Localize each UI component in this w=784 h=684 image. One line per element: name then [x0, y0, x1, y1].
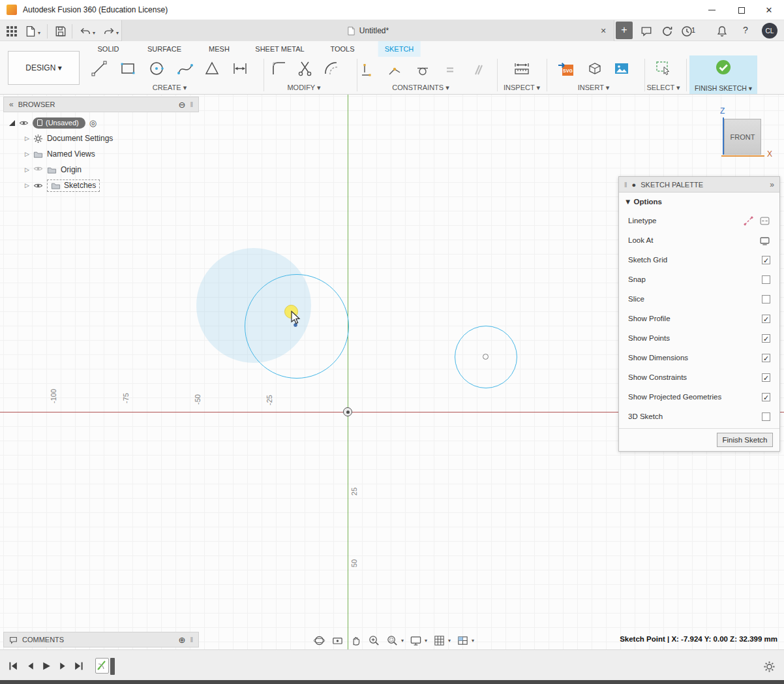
tab-tools[interactable]: TOOLS: [324, 41, 361, 57]
measure-tool-icon[interactable]: [513, 60, 530, 77]
visibility-off-eye-icon[interactable]: [33, 164, 43, 174]
polygon-tool-icon[interactable]: [204, 60, 220, 77]
browser-collapse-icon[interactable]: «: [9, 100, 14, 109]
fillet-tool-icon[interactable]: [271, 60, 288, 77]
timeline-play-button[interactable]: [40, 661, 52, 672]
snap-checkbox[interactable]: [762, 275, 770, 284]
zoom-window-icon[interactable]: [386, 634, 399, 647]
visibility-eye-icon[interactable]: [19, 118, 29, 128]
display-settings-caret-icon[interactable]: ▾: [425, 638, 427, 644]
viewports-icon[interactable]: [457, 634, 469, 647]
tab-surface[interactable]: SURFACE: [141, 41, 188, 57]
line-tool-icon[interactable]: [91, 60, 108, 77]
coincident-constraint-icon[interactable]: [388, 63, 401, 76]
new-tab-button[interactable]: +: [616, 22, 633, 39]
insert-image-icon[interactable]: [613, 60, 630, 77]
finish-sketch-icon[interactable]: [715, 59, 732, 76]
show-points-checkbox[interactable]: ✓: [762, 334, 770, 343]
active-edit-outline[interactable]: Sketches: [47, 179, 100, 192]
group-label-modify[interactable]: MODIFY ▾: [287, 84, 320, 92]
user-avatar[interactable]: CL: [762, 23, 777, 39]
circle-center-point[interactable]: [483, 354, 489, 360]
timeline-skip-start-button[interactable]: [8, 661, 19, 672]
centerline-linetype-icon[interactable]: [759, 215, 770, 226]
palette-grip-icon[interactable]: ‖: [624, 181, 627, 189]
orbit-icon[interactable]: [313, 634, 325, 647]
show-dimensions-checkbox[interactable]: ✓: [762, 354, 770, 362]
timeline-sketch-feature[interactable]: [95, 658, 109, 674]
insert-svg-icon[interactable]: SVG: [558, 60, 575, 77]
construction-linetype-icon[interactable]: [743, 215, 754, 226]
browser-item-sketches[interactable]: ▷ Sketches: [25, 178, 100, 193]
undo-caret-icon[interactable]: ▾: [93, 30, 95, 36]
expand-arrow-icon[interactable]: ▷: [25, 182, 29, 189]
group-label-inspect[interactable]: INSPECT ▾: [504, 84, 540, 92]
activate-target-icon[interactable]: ◎: [89, 118, 97, 128]
3d-sketch-checkbox[interactable]: [762, 412, 770, 421]
expand-arrow-icon[interactable]: ▷: [25, 135, 29, 142]
horizontal-vertical-constraint-icon[interactable]: [361, 63, 374, 76]
redo-icon[interactable]: [103, 25, 115, 37]
zoom-window-caret-icon[interactable]: ▾: [401, 638, 404, 644]
tab-mesh[interactable]: MESH: [202, 41, 236, 57]
browser-item-named-views[interactable]: ▷ Named Views: [25, 146, 95, 162]
group-label-select[interactable]: SELECT ▾: [646, 84, 680, 92]
browser-item-document-settings[interactable]: ▷ Document Settings: [25, 131, 113, 146]
viewports-caret-icon[interactable]: ▾: [472, 638, 474, 644]
options-section-header[interactable]: ▼ Options: [624, 198, 662, 206]
slice-checkbox[interactable]: [762, 295, 770, 303]
file-menu-caret-icon[interactable]: ▾: [38, 30, 40, 36]
app-grid-icon[interactable]: [6, 25, 18, 37]
workspace-selector[interactable]: DESIGN ▾: [8, 51, 80, 85]
browser-root-row[interactable]: (Unsaved) ◎: [9, 115, 97, 131]
undo-icon[interactable]: [80, 25, 91, 37]
document-tab[interactable]: Untitled* ✕: [121, 20, 614, 41]
minimize-button[interactable]: [697, 0, 727, 20]
select-tool-icon[interactable]: [655, 60, 672, 77]
trim-tool-icon[interactable]: [297, 60, 314, 77]
expand-arrow-icon[interactable]: ▷: [25, 166, 29, 173]
dimension-tool-icon[interactable]: [232, 60, 249, 77]
finish-sketch-button[interactable]: FINISH SKETCH ▾: [695, 84, 752, 92]
viewcube[interactable]: FRONT: [724, 119, 761, 155]
look-at-icon[interactable]: [759, 235, 770, 246]
zoom-icon[interactable]: [368, 634, 380, 647]
browser-header[interactable]: « BROWSER ⊖ ‖: [3, 97, 199, 112]
equal-constraint-icon[interactable]: [444, 63, 457, 76]
visibility-eye-icon[interactable]: [33, 181, 43, 191]
sync-status-icon[interactable]: [661, 25, 673, 37]
offset-tool-icon[interactable]: [323, 60, 340, 77]
grid-snaps-icon[interactable]: [433, 634, 445, 647]
sketch-palette-header[interactable]: ‖ ● SKETCH PALETTE »: [619, 177, 779, 193]
help-icon[interactable]: ?: [740, 25, 751, 35]
tree-item-label[interactable]: Origin: [61, 165, 82, 174]
document-tab-close-icon[interactable]: ✕: [598, 25, 609, 36]
expand-arrow-icon[interactable]: ▷: [25, 151, 29, 157]
tree-item-label[interactable]: Document Settings: [47, 134, 113, 143]
timeline-playhead[interactable]: [110, 658, 115, 675]
look-at-icon[interactable]: [331, 634, 344, 647]
comments-grip-icon[interactable]: ‖: [190, 636, 193, 644]
sketch-grid-checkbox[interactable]: ✓: [762, 256, 770, 264]
timeline-settings-gear-icon[interactable]: [763, 661, 776, 673]
timeline-skip-end-button[interactable]: [73, 661, 84, 672]
tab-sketch[interactable]: SKETCH: [378, 41, 421, 57]
rectangle-tool-icon[interactable]: [119, 60, 136, 77]
group-label-create[interactable]: CREATE ▾: [153, 84, 187, 92]
pan-hand-icon[interactable]: [350, 634, 362, 647]
grid-snaps-caret-icon[interactable]: ▾: [448, 638, 451, 644]
circle-tool-icon[interactable]: [148, 60, 165, 77]
show-projected-geometries-checkbox[interactable]: ✓: [762, 393, 770, 401]
browser-hide-icon[interactable]: ⊖: [179, 100, 186, 110]
palette-collapse-icon[interactable]: »: [770, 180, 774, 189]
timeline-step-forward-button[interactable]: [57, 661, 68, 672]
comments-icon[interactable]: [641, 25, 652, 37]
show-constraints-checkbox[interactable]: ✓: [762, 373, 770, 382]
notifications-bell-icon[interactable]: [716, 25, 728, 37]
browser-grip-icon[interactable]: ‖: [190, 101, 193, 108]
tangent-constraint-icon[interactable]: [416, 63, 429, 76]
save-icon[interactable]: [55, 25, 67, 37]
close-button[interactable]: ✕: [754, 0, 784, 20]
comments-bar[interactable]: COMMENTS ⊕ ‖: [3, 632, 199, 647]
show-profile-checkbox[interactable]: ✓: [762, 315, 770, 323]
